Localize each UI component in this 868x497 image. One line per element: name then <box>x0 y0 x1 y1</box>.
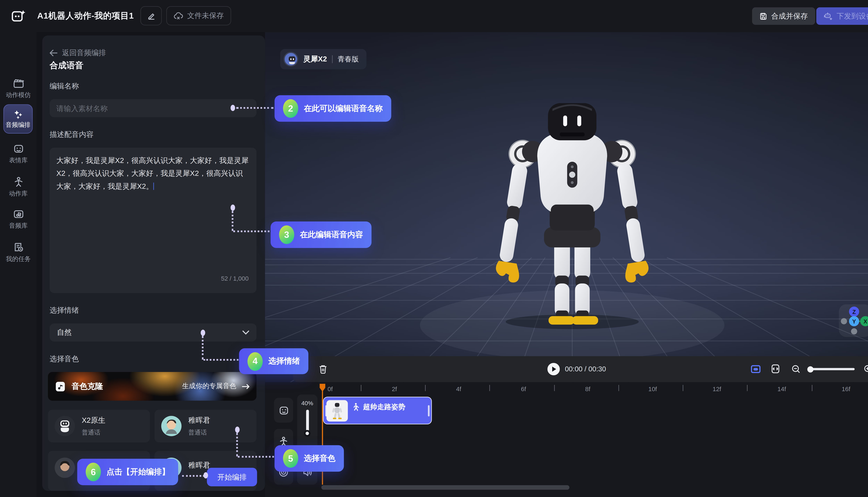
volume-slider[interactable] <box>306 410 309 433</box>
arrow-right-icon <box>242 384 250 389</box>
timeline-ruler[interactable]: 0f 2f 4f 6f 8f 10f 12f 14f 16f <box>322 382 868 393</box>
voice-card-zhihuijun[interactable]: 稚晖君 普通话 <box>154 410 256 442</box>
volume-slider-thumb[interactable] <box>304 430 311 437</box>
volume-panel: 40% <box>297 395 317 449</box>
panel-title: 合成语音 <box>50 60 84 71</box>
timeline-tracks: 0f 2f 4f 6f 8f 10f 12f 14f 16f 超帅走路姿势 <box>265 382 868 497</box>
ruler-label: 6f <box>521 385 526 392</box>
voice-card-x2[interactable]: X2原生 普通话 <box>48 410 150 442</box>
callout-number: 5 <box>283 449 298 468</box>
synthesize-voice-panel: 返回音频编排 合成语音 编辑名称 描述配音内容 大家好，我是灵犀X2，很高兴认识… <box>42 36 265 491</box>
nav-audio-arrange[interactable]: 音频编排 <box>3 104 33 133</box>
timeline-clip[interactable]: 超帅走路姿势 <box>323 397 432 424</box>
clone-banner-title: 音色克隆 <box>71 381 103 391</box>
ruler-label: 12f <box>713 385 721 392</box>
zoom-out-icon <box>792 365 800 374</box>
person-icon <box>13 176 23 187</box>
back-link-label: 返回音频编排 <box>62 48 106 58</box>
playhead[interactable] <box>319 383 326 395</box>
ruler-label: 0f <box>327 385 333 392</box>
action-track-icon <box>278 436 289 447</box>
voice-avatar-dark <box>55 458 75 478</box>
nav-motion-mimic[interactable]: 动作模仿 <box>0 78 37 99</box>
connector-line <box>202 336 204 359</box>
voice-content-text: 大家好，我是灵犀X2，很高兴认识大家，大家好，我是灵犀X2，很高兴认识大家，大家… <box>56 156 249 190</box>
nav-label: 动作库 <box>9 189 28 198</box>
callout-number: 4 <box>248 352 263 370</box>
voice-avatar-robot <box>55 416 75 436</box>
back-link[interactable]: 返回音频编排 <box>50 48 106 58</box>
axis-y-label: Y <box>852 318 856 325</box>
app-logo-icon[interactable] <box>10 8 27 27</box>
zoom-out-button[interactable] <box>792 365 800 376</box>
ruler-label: 14f <box>778 385 786 392</box>
connector-dot <box>230 204 235 211</box>
connector-line <box>182 475 205 477</box>
voice-name: X2原生 <box>82 415 106 425</box>
timeline-zoom-slider[interactable] <box>809 368 855 370</box>
fit-width-icon <box>771 364 780 374</box>
music-file-icon <box>55 381 66 392</box>
top-bar: A1机器人动作-我的项目1 文件未保存 合成并保存 下发到设备 <box>0 0 868 32</box>
clip-trim-right[interactable] <box>428 405 430 416</box>
robot-model[interactable] <box>471 71 674 336</box>
clip-thumbnail <box>326 400 348 422</box>
callout-text: 在此编辑语音内容 <box>300 230 363 240</box>
clapperboard-icon <box>13 78 24 88</box>
material-name-input[interactable] <box>50 99 256 117</box>
nav-label: 音频库 <box>9 222 28 230</box>
nav-label: 我的任务 <box>6 255 31 263</box>
delete-clip-button[interactable] <box>319 365 327 376</box>
voice-name: 稚晖君 <box>188 460 210 470</box>
timeline-hscrollbar[interactable] <box>321 485 570 490</box>
model-name: 灵犀X2 <box>303 54 327 64</box>
connector-line <box>232 211 234 231</box>
deploy-button-label: 下发到设备 <box>837 11 868 21</box>
music-frame-icon <box>13 209 24 219</box>
callout-number: 3 <box>279 225 294 244</box>
time-display: 00:00 / 00:30 <box>565 365 606 373</box>
voice-avatar-man <box>161 416 182 436</box>
voice-clone-banner[interactable]: 音色克隆 生成你的专属音色 <box>48 372 256 401</box>
nav-expression-lib[interactable]: 表情库 <box>0 144 37 165</box>
start-arrange-label: 开始编排 <box>218 472 247 481</box>
fit-timeline-button[interactable] <box>771 364 780 376</box>
axis-z-label: Z <box>852 309 856 315</box>
name-field-label: 编辑名称 <box>50 81 79 91</box>
emotion-select[interactable]: 自然 <box>50 324 256 341</box>
deploy-button[interactable]: 下发到设备 <box>816 7 868 25</box>
zoom-slider-thumb[interactable] <box>807 366 813 372</box>
callout-click-start: 6 点击【开始编排】 <box>77 459 178 485</box>
timeline-toolbar: 00:00 / 00:30 <box>293 356 868 382</box>
start-arrange-button[interactable]: 开始编排 <box>207 468 257 486</box>
auto-snap-button[interactable] <box>751 365 760 376</box>
callout-text: 选择音色 <box>304 453 335 464</box>
play-button[interactable] <box>547 363 560 378</box>
rename-button[interactable] <box>140 6 162 25</box>
expression-track-button[interactable] <box>274 398 293 423</box>
walking-icon <box>352 403 359 411</box>
char-counter: 52 / 1,000 <box>221 272 249 285</box>
file-status-button[interactable]: 文件未保存 <box>166 6 231 25</box>
voice-lang: 普通话 <box>82 428 106 437</box>
callout-text: 选择情绪 <box>268 356 300 366</box>
voice-name: 稚晖君 <box>188 415 210 425</box>
nav-rail: 动作模仿 音频编排 表情库 动作库 音频库 我的任务 <box>0 32 37 497</box>
ruler-label: 10f <box>648 385 657 392</box>
nav-my-tasks[interactable]: 我的任务 <box>0 242 37 263</box>
callout-choose-emotion: 4 选择情绪 <box>239 348 308 374</box>
connector-line <box>238 456 274 458</box>
axis-gizmo[interactable]: Z Y X <box>839 304 868 337</box>
nav-action-lib[interactable]: 动作库 <box>0 176 37 198</box>
nav-audio-lib[interactable]: 音频库 <box>0 209 37 230</box>
voice-field-label: 选择音色 <box>50 354 79 364</box>
zoom-in-button[interactable] <box>864 365 868 376</box>
save-button[interactable]: 合成并保存 <box>752 7 815 25</box>
voice-content-textarea[interactable]: 大家好，我是灵犀X2，很高兴认识大家，大家好，我是灵犀X2，很高兴认识大家，大家… <box>50 148 256 293</box>
axis-neg-x <box>841 318 847 324</box>
callout-edit-content: 3 在此编辑语音内容 <box>271 222 372 248</box>
expression-track-icon <box>278 406 289 415</box>
axis-x-label: X <box>864 318 867 325</box>
clip-trim-left[interactable] <box>325 405 327 416</box>
text-cursor <box>153 183 154 190</box>
